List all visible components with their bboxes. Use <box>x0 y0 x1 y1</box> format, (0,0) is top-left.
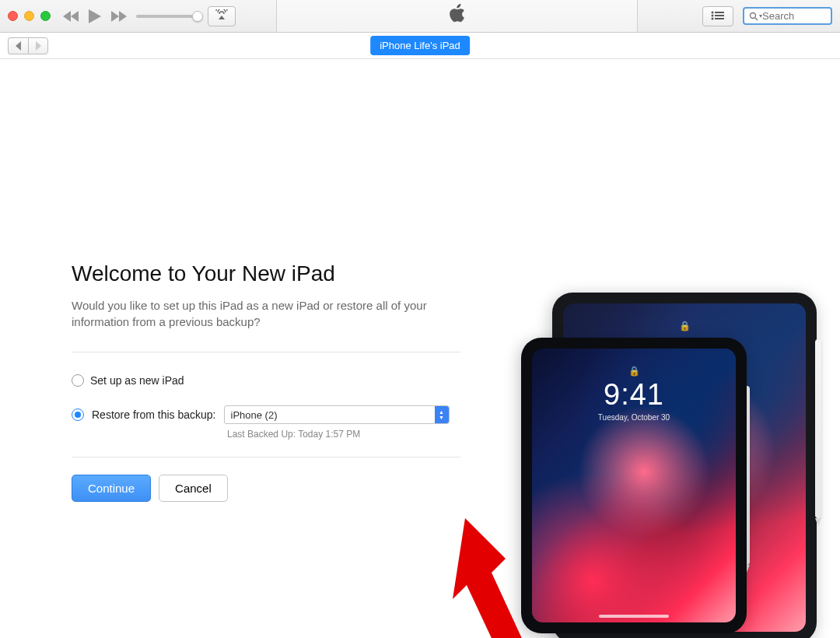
lock-icon: 🔒 <box>563 321 806 331</box>
window-toolbar: ▾ <box>0 0 840 33</box>
lockscreen-time: 9:41 <box>532 378 736 412</box>
search-input[interactable] <box>762 10 823 22</box>
lock-icon: 🔒 <box>532 366 736 377</box>
ipad-front-image: 🔒 9:41 Tuesday, October 30 <box>521 338 747 633</box>
divider <box>72 457 460 457</box>
back-button[interactable] <box>8 37 28 54</box>
continue-button[interactable]: Continue <box>72 475 151 502</box>
select-stepper-icon: ▲▼ <box>435 406 449 423</box>
apple-pencil-image <box>815 339 821 518</box>
list-view-button[interactable] <box>702 6 733 26</box>
svg-rect-1 <box>715 12 724 13</box>
backup-select[interactable]: iPhone (2) ▲▼ <box>224 405 450 424</box>
nav-back-forward <box>8 37 48 54</box>
playback-controls <box>63 9 127 24</box>
action-buttons: Continue Cancel <box>72 475 460 502</box>
option-label: Restore from this backup: <box>92 408 216 421</box>
close-window-button[interactable] <box>8 11 18 21</box>
device-illustration: 🔒 🔒 9:41 Tuesday, October 30 <box>521 293 840 638</box>
option-restore-backup[interactable]: Restore from this backup: iPhone (2) ▲▼ <box>72 405 460 424</box>
previous-track-button[interactable] <box>63 10 80 23</box>
zoom-window-button[interactable] <box>40 11 51 21</box>
svg-point-0 <box>712 11 714 13</box>
divider <box>72 352 460 352</box>
svg-line-7 <box>755 18 758 20</box>
svg-point-2 <box>712 14 714 16</box>
svg-point-6 <box>751 12 756 18</box>
backup-selected-value: iPhone (2) <box>231 409 278 421</box>
cancel-button[interactable]: Cancel <box>159 475 228 502</box>
forward-button[interactable] <box>28 37 48 54</box>
minimize-window-button[interactable] <box>24 11 34 21</box>
lockscreen-date: Tuesday, October 30 <box>532 413 736 422</box>
svg-rect-3 <box>715 15 724 16</box>
svg-rect-5 <box>715 18 724 19</box>
option-setup-new[interactable]: Set up as new iPad <box>72 374 460 387</box>
next-track-button[interactable] <box>110 10 127 23</box>
radio-unchecked-icon <box>72 374 84 387</box>
search-field[interactable]: ▾ <box>743 7 832 25</box>
main-content: Welcome to Your New iPad Would you like … <box>0 59 840 502</box>
svg-point-4 <box>712 17 714 19</box>
page-subtitle: Would you like to set up this iPad as a … <box>72 297 460 330</box>
navigation-bar: iPhone Life's iPad <box>0 33 840 59</box>
now-playing-well <box>276 0 638 32</box>
page-title: Welcome to Your New iPad <box>72 261 460 286</box>
radio-checked-icon <box>72 408 84 421</box>
play-button[interactable] <box>88 9 102 24</box>
device-name-pill[interactable]: iPhone Life's iPad <box>370 36 470 55</box>
last-backed-up-label: Last Backed Up: Today 1:57 PM <box>227 429 460 440</box>
airplay-button[interactable] <box>208 6 236 26</box>
option-label: Set up as new iPad <box>90 374 184 387</box>
window-controls <box>8 11 51 21</box>
apple-logo-icon <box>448 4 467 29</box>
volume-slider[interactable] <box>136 15 198 18</box>
search-icon: ▾ <box>749 12 762 21</box>
